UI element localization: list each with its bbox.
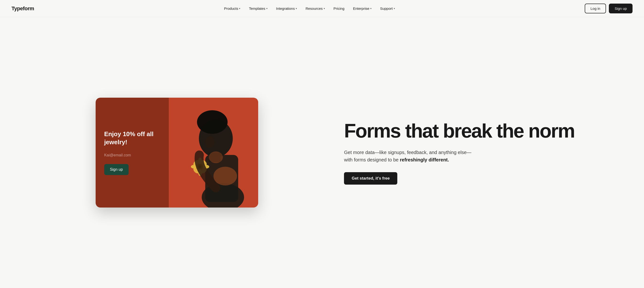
main-nav: Typeform Products ▾ Templates ▾ Integrat… xyxy=(0,0,644,17)
chevron-down-icon: ▾ xyxy=(324,7,325,10)
chevron-down-icon: ▾ xyxy=(239,7,240,10)
hero-subtext: Get more data—like signups, feedback, an… xyxy=(344,149,473,164)
nav-item-support[interactable]: Support ▾ xyxy=(376,4,399,12)
card-right-panel xyxy=(169,98,258,208)
card-email-placeholder: Kai@email.com xyxy=(104,153,160,157)
nav-links: Products ▾ Templates ▾ Integrations ▾ Re… xyxy=(34,4,585,12)
nav-item-integrations[interactable]: Integrations ▾ xyxy=(272,4,301,12)
hero-headline: Forms that break the norm xyxy=(344,121,625,141)
nav-label-integrations: Integrations xyxy=(276,6,295,10)
nav-item-enterprise[interactable]: Enterprise ▾ xyxy=(349,4,375,12)
nav-label-pricing: Pricing xyxy=(334,6,344,10)
nav-actions: Log in Sign up xyxy=(585,3,632,13)
card-signup-button[interactable]: Sign up xyxy=(104,164,128,175)
hero-subtext-bold: refreshingly different. xyxy=(400,157,449,162)
svg-point-18 xyxy=(214,167,237,186)
nav-label-products: Products xyxy=(224,6,238,10)
nav-item-pricing[interactable]: Pricing xyxy=(330,4,348,12)
nav-label-templates: Templates xyxy=(249,6,265,10)
nav-label-resources: Resources xyxy=(306,6,323,10)
svg-point-19 xyxy=(209,151,223,163)
nav-item-templates[interactable]: Templates ▾ xyxy=(245,4,271,12)
hero-illustration: Enjoy 10% off all jewelry! Kai@email.com… xyxy=(19,98,344,208)
chevron-down-icon: ▾ xyxy=(296,7,297,10)
signup-button[interactable]: Sign up xyxy=(609,3,632,13)
nav-item-resources[interactable]: Resources ▾ xyxy=(302,4,329,12)
chevron-down-icon: ▾ xyxy=(266,7,268,10)
chevron-down-icon: ▾ xyxy=(394,7,395,10)
nav-label-enterprise: Enterprise xyxy=(353,6,369,10)
chevron-down-icon: ▾ xyxy=(370,7,372,10)
nav-item-products[interactable]: Products ▾ xyxy=(220,4,244,12)
login-button[interactable]: Log in xyxy=(585,3,606,13)
svg-point-6 xyxy=(205,136,214,148)
svg-point-5 xyxy=(197,110,228,134)
brand-logo[interactable]: Typeform xyxy=(12,5,34,12)
hero-text: Forms that break the norm Get more data—… xyxy=(344,121,644,185)
hero-cta-button[interactable]: Get started, it's free xyxy=(344,172,397,185)
person-silhouette-image xyxy=(169,98,258,208)
nav-label-support: Support xyxy=(380,6,393,10)
form-card: Enjoy 10% off all jewelry! Kai@email.com… xyxy=(96,98,258,208)
card-left-panel: Enjoy 10% off all jewelry! Kai@email.com… xyxy=(96,98,169,208)
card-title: Enjoy 10% off all jewelry! xyxy=(104,130,160,146)
hero-section: Enjoy 10% off all jewelry! Kai@email.com… xyxy=(0,17,644,288)
